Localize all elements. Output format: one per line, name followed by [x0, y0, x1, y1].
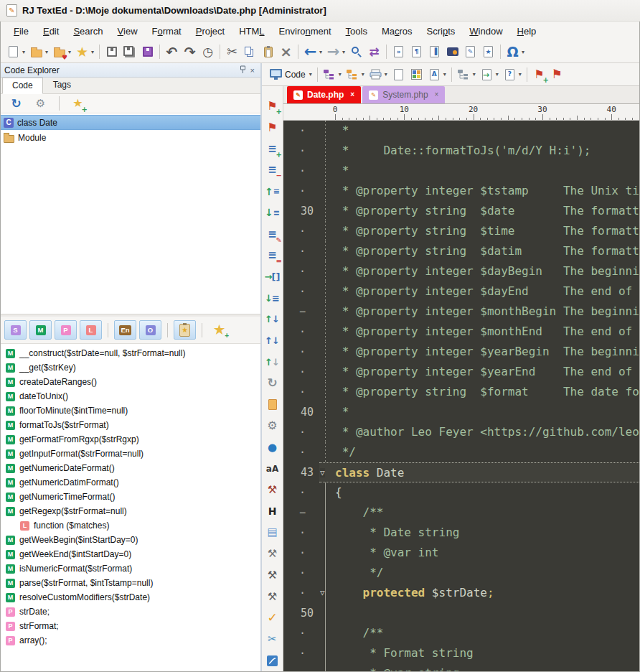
show-formatting-button[interactable]: ¶ — [408, 42, 425, 62]
member-item[interactable]: McreateDateRanges() — [1, 375, 260, 389]
bookmark-button[interactable]: ⚑ — [548, 65, 566, 84]
document-tab-date-php[interactable]: ✎Date.php× — [287, 86, 361, 103]
member-item[interactable]: MgetNumericTimeFormat() — [1, 490, 260, 504]
member-item[interactable]: MisNumericFormat($strFormat) — [1, 561, 260, 576]
build-tool-2-button[interactable]: ⚒ — [263, 564, 283, 586]
view-mode-button[interactable]: Code▾ — [267, 65, 314, 84]
member-item[interactable]: MgetWeekEnd($intStartDay=0) — [1, 547, 260, 561]
spell-check-button[interactable]: ✓ — [263, 607, 283, 629]
edit-template-button[interactable]: ✎ — [461, 42, 479, 62]
filter-s-button[interactable]: S — [4, 320, 27, 340]
append-line-button[interactable]: ↓≡ — [263, 287, 283, 309]
copy-button[interactable] — [241, 42, 259, 62]
add-favorite-button[interactable]: ★+ — [208, 320, 230, 340]
tree-item[interactable]: Cclass Date — [1, 115, 260, 130]
strip-tags-button[interactable]: ✂ — [263, 629, 283, 650]
navigate-forward-button[interactable]: →▾ — [324, 42, 347, 62]
open-favorite-folder-button[interactable]: ♥▾ — [50, 42, 73, 62]
filter-m-button[interactable]: M — [29, 320, 52, 340]
member-item[interactable]: Mparse($strFormat, $intTstamp=null) — [1, 576, 260, 590]
tab-close-icon[interactable]: × — [350, 91, 354, 98]
favorites-button[interactable]: ★▾ — [73, 42, 96, 62]
new-file-button[interactable]: ▾ — [4, 42, 27, 62]
document-button[interactable] — [390, 65, 408, 84]
menu-format[interactable]: Format — [145, 23, 189, 39]
member-item[interactable]: PstrFormat; — [1, 619, 260, 633]
save-as-button[interactable] — [138, 42, 156, 62]
tree-item[interactable]: Module — [1, 130, 260, 145]
screen-capture-button[interactable] — [443, 42, 461, 62]
document-star-button[interactable]: ★ — [479, 42, 497, 62]
sort-ascending-button[interactable]: ↑↓ — [263, 309, 283, 330]
member-item[interactable]: MgetNumericDateFormat() — [1, 461, 260, 475]
side-panel-doc-button[interactable]: ▐ — [425, 42, 443, 62]
bookmark-add-button[interactable]: ⚑+ — [263, 95, 283, 117]
menu-macros[interactable]: Macros — [375, 23, 420, 39]
member-item[interactable]: MgetRegexp($strFormat=null) — [1, 504, 260, 518]
filter-o-button[interactable]: O — [139, 320, 161, 340]
tab-code[interactable]: Code — [2, 78, 43, 94]
member-item[interactable]: Lfunction ($matches) — [1, 518, 260, 533]
member-item[interactable]: Parray(); — [1, 633, 260, 648]
tab-tags[interactable]: Tags — [43, 77, 81, 93]
filter-l-button[interactable]: L — [80, 320, 102, 340]
menu-edit[interactable]: Edit — [36, 23, 66, 39]
member-item[interactable]: MformatToJs($strFormat) — [1, 418, 260, 432]
refresh-button[interactable]: ↻ — [7, 94, 25, 113]
document-tab-system-php[interactable]: ✎System.php× — [362, 86, 445, 103]
doc-help-button[interactable]: ?▾ — [501, 65, 524, 84]
bookmark-members-button[interactable]: ★ — [174, 320, 196, 340]
sort-descending-button[interactable]: ↑↓ — [263, 351, 283, 373]
structure-orange-button[interactable]: ▾ — [344, 65, 367, 84]
menu-scripts[interactable]: Scripts — [420, 23, 463, 39]
delete-line-button[interactable]: ≡− — [263, 159, 283, 181]
font-format-button[interactable]: A▾ — [425, 65, 448, 84]
change-case-button[interactable]: aA — [263, 458, 283, 480]
compare-button[interactable]: ⇄ — [365, 42, 383, 62]
navigate-back-button[interactable]: ←▾ — [301, 42, 324, 62]
member-item[interactable]: MgetNumericDatimFormat() — [1, 475, 260, 490]
move-line-down-button[interactable]: ↓≡ — [263, 202, 283, 224]
settings-button[interactable]: ⚙ — [263, 416, 283, 437]
code-editor[interactable]: · *· * Date::formatToJs('m/d/Y H:i');· *… — [283, 121, 639, 671]
sort-lines-button[interactable]: ↑↓ — [263, 330, 283, 352]
fold-marker-icon[interactable]: ▽ — [320, 468, 325, 477]
menu-html[interactable]: HTML — [232, 23, 271, 39]
snippet-file-button[interactable] — [263, 394, 283, 416]
filter-p-button[interactable]: P — [55, 320, 77, 340]
fold-marker-icon[interactable]: ▽ — [320, 588, 325, 597]
build-tool-3-button[interactable]: ⚒ — [263, 586, 283, 607]
save-all-button[interactable] — [121, 42, 138, 62]
special-characters-button[interactable]: Ω▾ — [504, 42, 527, 62]
build-tool-1-button[interactable]: ⚒ — [263, 543, 283, 565]
member-item[interactable]: MgetWeekBegin($intStartDay=0) — [1, 533, 260, 547]
cut-button[interactable]: ✂ — [223, 42, 241, 62]
tools-button[interactable]: ⚒ — [263, 480, 283, 501]
insert-brackets-button[interactable]: →[] — [263, 266, 283, 288]
print-preview-button[interactable]: ▾ — [367, 65, 390, 84]
member-item[interactable]: MgetFormatFromRgxp($strRgxp) — [1, 432, 260, 447]
delete-button[interactable]: × — [277, 42, 295, 62]
find-button[interactable] — [347, 42, 365, 62]
duplicate-line-button[interactable]: ≡✎ — [263, 223, 283, 245]
menu-help[interactable]: Help — [510, 23, 544, 39]
filter-en-button[interactable]: En — [114, 320, 136, 340]
replace-line-button[interactable]: ≡= — [263, 245, 283, 266]
member-item[interactable]: MresolveCustomModifiers($strDate) — [1, 590, 260, 605]
bookmark-add-button[interactable]: ⚑+ — [530, 65, 548, 84]
menu-search[interactable]: Search — [66, 23, 110, 39]
member-item[interactable]: MdateToUnix() — [1, 389, 260, 403]
close-icon[interactable]: × — [248, 66, 257, 75]
member-item[interactable]: MgetInputFormat($strFormat=null) — [1, 447, 260, 461]
member-item[interactable]: MfloorToMinute($intTime=null) — [1, 403, 260, 418]
insert-line-button[interactable]: ≡+ — [263, 138, 283, 159]
color-palette-button[interactable] — [408, 65, 425, 84]
bookmark-button[interactable]: ⚑ — [263, 117, 283, 139]
menu-window[interactable]: Window — [462, 23, 509, 39]
menu-file[interactable]: File — [6, 23, 36, 39]
import-doc-button[interactable]: →▾ — [478, 65, 501, 84]
paste-button[interactable] — [259, 42, 277, 62]
history-button[interactable]: ◷ — [199, 42, 217, 62]
redo-button[interactable]: ↷ — [181, 42, 199, 62]
heading-tag-button[interactable]: H — [263, 500, 283, 522]
